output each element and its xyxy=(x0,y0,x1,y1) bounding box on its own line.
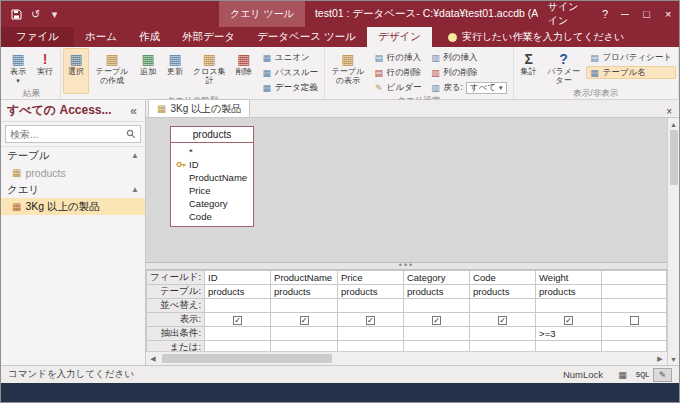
scroll-left-icon[interactable]: ◀ xyxy=(146,355,160,363)
sign-in-button[interactable]: サインイン xyxy=(538,0,596,28)
help-button[interactable]: ? xyxy=(596,8,614,20)
show-checkbox[interactable]: ✓ xyxy=(366,316,375,325)
show-table-button[interactable]: ▦ テーブルの表示 xyxy=(327,48,369,94)
query-design-diagram-pane[interactable]: products *IDProductNamePriceCategoryCode xyxy=(146,118,667,263)
scroll-up-icon[interactable]: ▲ xyxy=(670,118,677,130)
pane-splitter[interactable]: ••• xyxy=(146,263,667,270)
pass-through-button[interactable]: ▦ パススルー xyxy=(258,66,322,79)
grid-cell-table-5[interactable]: products xyxy=(470,285,536,299)
builder-button[interactable]: ✎ ビルダー xyxy=(370,81,426,94)
grid-cell-show-1[interactable]: ✓ xyxy=(205,313,271,327)
totals-button[interactable]: Σ 集計 xyxy=(516,48,542,87)
grid-cell-or-1[interactable] xyxy=(205,341,271,352)
scroll-right-icon[interactable]: ▶ xyxy=(653,355,667,363)
grid-cell-show-5[interactable]: ✓ xyxy=(470,313,536,327)
grid-cell-criteria-1[interactable] xyxy=(205,327,271,341)
windows-taskbar[interactable] xyxy=(1,383,679,402)
grid-cell-sort-7[interactable] xyxy=(602,299,667,313)
grid-cell-field-6[interactable]: Weight xyxy=(536,271,602,285)
collapse-chevron-icon[interactable]: ▲ xyxy=(131,151,139,160)
tab-file[interactable]: ファイル xyxy=(1,27,74,47)
grid-cell-criteria-4[interactable] xyxy=(403,327,469,341)
grid-cell-field-4[interactable]: Category xyxy=(403,271,469,285)
grid-cell-field-3[interactable]: Price xyxy=(337,271,403,285)
scroll-down-icon[interactable]: ▼ xyxy=(670,353,677,365)
grid-cell-table-4[interactable]: products xyxy=(403,285,469,299)
return-dropdown[interactable]: すべて ▾ xyxy=(466,82,507,94)
run-button[interactable]: ! 実行 xyxy=(32,48,58,87)
undo-button[interactable]: ↺ xyxy=(27,4,44,24)
grid-cell-criteria-7[interactable] xyxy=(602,327,667,341)
vertical-scroll-thumb[interactable] xyxy=(670,130,678,185)
grid-cell-or-3[interactable] xyxy=(337,341,403,352)
search-input[interactable] xyxy=(10,129,123,140)
make-table-button[interactable]: ▦ テーブルの作成 xyxy=(90,48,134,94)
sql-view-button[interactable]: SQL xyxy=(633,368,652,382)
save-button[interactable] xyxy=(8,4,25,24)
update-button[interactable]: ▦ 更新 xyxy=(162,48,188,94)
field-list-item[interactable]: Price xyxy=(171,184,253,197)
grid-cell-show-3[interactable]: ✓ xyxy=(337,313,403,327)
tab-home[interactable]: ホーム xyxy=(74,27,128,47)
show-checkbox[interactable] xyxy=(630,316,639,325)
grid-cell-or-5[interactable] xyxy=(470,341,536,352)
nav-pane-header[interactable]: すべての Access... « xyxy=(1,100,145,122)
grid-cell-criteria-2[interactable] xyxy=(271,327,338,341)
grid-cell-field-2[interactable]: ProductName xyxy=(271,271,338,285)
show-checkbox[interactable]: ✓ xyxy=(498,316,507,325)
grid-cell-sort-3[interactable] xyxy=(337,299,403,313)
union-button[interactable]: ▦ ユニオン xyxy=(258,51,322,64)
crosstab-button[interactable]: ▦ クロス集計 xyxy=(189,48,230,94)
show-checkbox[interactable]: ✓ xyxy=(432,316,441,325)
grid-cell-show-7[interactable] xyxy=(602,313,667,327)
insert-columns-button[interactable]: ▥ 列の挿入 xyxy=(426,51,510,64)
field-list-item[interactable]: Code xyxy=(171,210,253,223)
grid-cell-field-5[interactable]: Code xyxy=(470,271,536,285)
show-checkbox[interactable]: ✓ xyxy=(233,316,242,325)
document-close-icon[interactable]: × xyxy=(659,106,679,117)
horizontal-scroll-thumb[interactable] xyxy=(162,354,332,363)
maximize-button[interactable]: □ xyxy=(636,1,658,27)
delete-rows-button[interactable]: ▤ 行の削除 xyxy=(370,66,426,79)
grid-cell-field-7[interactable] xyxy=(602,271,667,285)
tab-design[interactable]: デザイン xyxy=(367,27,432,47)
field-list-item[interactable]: * xyxy=(171,145,253,158)
grid-cell-table-2[interactable]: products xyxy=(271,285,338,299)
return-combo[interactable]: ▥ 戻る: すべて ▾ xyxy=(426,81,510,94)
grid-cell-or-2[interactable] xyxy=(271,341,338,352)
grid-cell-criteria-5[interactable] xyxy=(470,327,536,341)
document-tab-query[interactable]: ▦ 3Kg 以上の製品 xyxy=(148,99,250,117)
grid-cell-table-3[interactable]: products xyxy=(337,285,403,299)
nav-group-header-tables[interactable]: テーブル▲ xyxy=(1,147,145,164)
grid-cell-sort-2[interactable] xyxy=(271,299,338,313)
nav-item-table[interactable]: ▦products xyxy=(1,164,145,181)
grid-cell-show-4[interactable]: ✓ xyxy=(403,313,469,327)
design-view-button[interactable]: ✎ xyxy=(653,368,672,382)
shutter-collapse-icon[interactable]: « xyxy=(128,104,139,118)
nav-item-query[interactable]: ▦3Kg 以上の製品 xyxy=(1,198,145,215)
parameters-button[interactable]: ? パラメーター xyxy=(543,48,585,87)
tab-database-tools[interactable]: データベース ツール xyxy=(246,27,367,47)
grid-cell-table-1[interactable]: products xyxy=(205,285,271,299)
append-button[interactable]: ▦ 追加 xyxy=(135,48,161,94)
grid-cell-or-6[interactable] xyxy=(536,341,602,352)
grid-cell-table-6[interactable]: products xyxy=(536,285,602,299)
field-list-item[interactable]: ProductName xyxy=(171,171,253,184)
vertical-scrollbar[interactable]: ▲ ▼ xyxy=(667,118,679,365)
field-list-item[interactable]: Category xyxy=(171,197,253,210)
collapse-chevron-icon[interactable]: ▲ xyxy=(131,185,139,194)
close-button[interactable]: × xyxy=(657,1,679,27)
field-list-products[interactable]: products *IDProductNamePriceCategoryCode xyxy=(170,126,254,227)
table-names-button[interactable]: ▦ テーブル名 xyxy=(586,66,676,79)
grid-cell-or-7[interactable] xyxy=(602,341,667,352)
datasheet-view-button[interactable]: ▦ xyxy=(613,368,632,382)
nav-group-header-queries[interactable]: クエリ▲ xyxy=(1,181,145,198)
grid-cell-sort-6[interactable] xyxy=(536,299,602,313)
show-checkbox[interactable]: ✓ xyxy=(564,316,573,325)
grid-cell-show-2[interactable]: ✓ xyxy=(271,313,338,327)
grid-cell-show-6[interactable]: ✓ xyxy=(536,313,602,327)
view-button[interactable]: ▦ 表示 ▾ xyxy=(5,48,31,87)
search-box[interactable] xyxy=(5,125,141,143)
grid-cell-sort-1[interactable] xyxy=(205,299,271,313)
field-list-title[interactable]: products xyxy=(171,127,253,143)
